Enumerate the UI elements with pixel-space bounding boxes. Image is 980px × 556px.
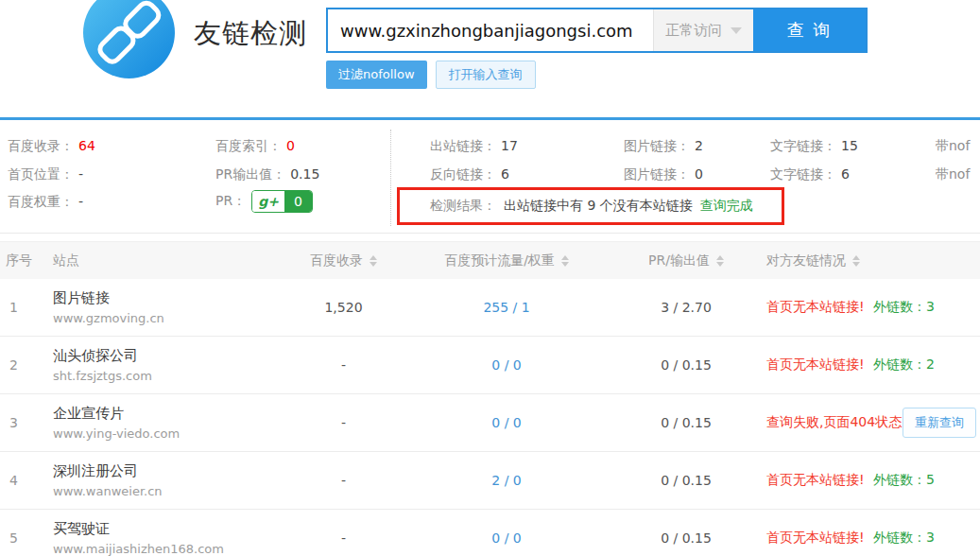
stat-image-links-out: 图片链接：2 xyxy=(624,138,703,155)
site-name[interactable]: 汕头侦探公司 xyxy=(53,347,289,365)
baidu-shoulu-cell: - xyxy=(289,357,398,373)
table-header: 序号 站点 百度收录 百度预计流量/权重 PR/输出值 对方友链情况 xyxy=(0,241,980,279)
stat-value: 0.15 xyxy=(290,166,319,182)
row-number: 3 xyxy=(0,415,53,430)
site-name[interactable]: 图片链接 xyxy=(53,289,289,307)
traffic-weight-link[interactable]: 2 / 0 xyxy=(398,473,615,488)
result-text: 出站链接中有 9 个没有本站链接 xyxy=(504,198,693,215)
outlink-count: 外链数：2 xyxy=(873,356,935,372)
table-row: 5 买驾驶证 www.maijiashizhen168.com - 0 / 0 … xyxy=(0,510,980,556)
row-number: 4 xyxy=(0,473,53,488)
stat-value: 64 xyxy=(78,138,95,153)
stat-value: 15 xyxy=(841,138,858,153)
stat-value: - xyxy=(78,166,83,182)
site-url[interactable]: www.maijiashizhen168.com xyxy=(53,542,289,556)
site-cell: 买驾驶证 www.maijiashizhen168.com xyxy=(53,520,289,556)
search-bar: 正常访问 查 询 xyxy=(326,8,868,53)
table-row: 4 深圳注册公司 www.wanweier.cn - 2 / 0 0 / 0.1… xyxy=(0,452,980,510)
site-url[interactable]: www.ying-viedo.com xyxy=(53,426,289,441)
traffic-weight-link[interactable]: 0 / 0 xyxy=(398,415,615,430)
url-input[interactable] xyxy=(328,9,653,51)
friend-status-cell: 首页无本站链接! 外链数：3 xyxy=(757,299,980,316)
status-alert: 查询失败,页面404状态! xyxy=(766,414,907,429)
stat-baidu-quanzhong: 百度权重：- xyxy=(8,194,83,211)
sub-actions: 过滤nofollow 打开输入查询 xyxy=(326,61,536,89)
traffic-weight-link[interactable]: 255 / 1 xyxy=(398,300,615,315)
status-alert: 首页无本站链接! xyxy=(766,299,865,314)
site-url[interactable]: www.wanweier.cn xyxy=(53,484,289,498)
site-name[interactable]: 买驾驶证 xyxy=(53,520,289,538)
stat-baidu-shoulu: 百度收录：64 xyxy=(8,138,95,155)
pr-output-cell: 0 / 0.15 xyxy=(615,530,757,546)
site-cell: 企业宣传片 www.ying-viedo.com xyxy=(53,405,289,441)
outlink-count: 外链数：3 xyxy=(873,530,935,545)
col-header-pr: PR/输出值 xyxy=(615,252,757,269)
sort-icon[interactable] xyxy=(561,255,569,267)
row-number: 5 xyxy=(0,530,53,546)
stat-pr-output: PR输出值：0.15 xyxy=(215,166,319,183)
stats-bottom-divider xyxy=(0,233,980,234)
site-cell: 图片链接 www.gzmoving.cn xyxy=(53,289,289,325)
access-mode-value: 正常访问 xyxy=(665,22,722,40)
col-header-no: 序号 xyxy=(0,252,53,269)
table-row: 2 汕头侦探公司 sht.fzsjztgs.com - 0 / 0 0 / 0.… xyxy=(0,337,980,394)
row-number: 2 xyxy=(0,357,53,373)
pr-output-cell: 0 / 0.15 xyxy=(615,473,757,488)
stat-text-links-out: 文字链接：15 xyxy=(770,138,858,155)
site-name[interactable]: 企业宣传片 xyxy=(53,405,289,423)
google-plus-icon: g+ xyxy=(252,191,284,212)
filter-nofollow-button[interactable]: 过滤nofollow xyxy=(326,61,427,89)
table-row: 3 企业宣传片 www.ying-viedo.com - 0 / 0 0 / 0… xyxy=(0,394,980,452)
stat-value: - xyxy=(78,194,83,209)
friend-status-cell: 查询失败,页面404状态! 重新查询 xyxy=(757,414,980,431)
col-header-shoulu: 百度收录 xyxy=(289,252,398,269)
requery-button[interactable]: 重新查询 xyxy=(903,408,976,438)
overview-stats: 百度收录：64 首页位置：- 百度权重：- 百度索引：0 PR输出值：0.15 … xyxy=(0,120,980,234)
site-url[interactable]: sht.fzsjztgs.com xyxy=(53,369,289,383)
row-number: 1 xyxy=(0,300,53,315)
site-name[interactable]: 深圳注册公司 xyxy=(53,462,289,480)
stat-value: 6 xyxy=(841,166,850,182)
stat-baidu-suoyin: 百度索引：0 xyxy=(215,138,295,155)
stat-value: 0 xyxy=(286,138,295,153)
outlink-count: 外链数：5 xyxy=(873,472,935,487)
stats-vertical-divider xyxy=(390,130,391,226)
stat-nofollow-out: 带nof xyxy=(936,138,970,155)
sort-icon[interactable] xyxy=(370,255,377,267)
col-header-friend-status: 对方友链情况 xyxy=(757,252,980,269)
friend-status-cell: 首页无本站链接! 外链数：5 xyxy=(757,472,980,489)
query-complete-link[interactable]: 查询完成 xyxy=(700,198,753,215)
stat-value: 2 xyxy=(695,138,703,153)
access-mode-dropdown[interactable]: 正常访问 xyxy=(653,9,753,51)
stat-text-links-back: 文字链接：6 xyxy=(770,166,850,183)
sort-icon[interactable] xyxy=(852,255,860,267)
stat-value: 0 xyxy=(695,166,703,182)
friend-link-check-page: 友链检测 正常访问 查 询 过滤nofollow 打开输入查询 百度收录：64 … xyxy=(0,0,980,556)
sort-icon[interactable] xyxy=(716,255,724,267)
col-header-traffic: 百度预计流量/权重 xyxy=(398,252,615,269)
page-title: 友链检测 xyxy=(194,15,307,53)
open-input-query-button[interactable]: 打开输入查询 xyxy=(436,61,536,89)
site-url[interactable]: www.gzmoving.cn xyxy=(53,311,289,325)
pr-output-cell: 0 / 0.15 xyxy=(615,415,757,430)
baidu-shoulu-cell: - xyxy=(289,415,398,430)
friend-status-cell: 首页无本站链接! 外链数：2 xyxy=(757,356,980,374)
baidu-shoulu-cell: - xyxy=(289,473,398,488)
table-row: 1 图片链接 www.gzmoving.cn 1,520 255 / 1 3 /… xyxy=(0,279,980,337)
status-alert: 首页无本站链接! xyxy=(766,356,865,372)
stat-value: 17 xyxy=(501,138,518,153)
result-label: 检测结果： xyxy=(430,198,496,215)
chain-link-logo-icon xyxy=(83,0,175,78)
traffic-weight-link[interactable]: 0 / 0 xyxy=(398,357,615,373)
traffic-weight-link[interactable]: 0 / 0 xyxy=(398,530,615,546)
stat-nofollow-back: 带nof xyxy=(936,166,970,183)
site-cell: 深圳注册公司 www.wanweier.cn xyxy=(53,462,289,498)
query-button[interactable]: 查 询 xyxy=(753,9,866,51)
stat-image-links-back: 图片链接：0 xyxy=(624,166,703,183)
chevron-down-icon xyxy=(731,27,742,34)
stat-backlinks: 反向链接：6 xyxy=(430,166,509,183)
outlink-count: 外链数：3 xyxy=(873,299,935,314)
stat-outbound-links: 出站链接：17 xyxy=(430,138,518,155)
stat-shouye-weizhi: 首页位置：- xyxy=(8,166,83,183)
friend-status-cell: 首页无本站链接! 外链数：3 xyxy=(757,530,980,547)
